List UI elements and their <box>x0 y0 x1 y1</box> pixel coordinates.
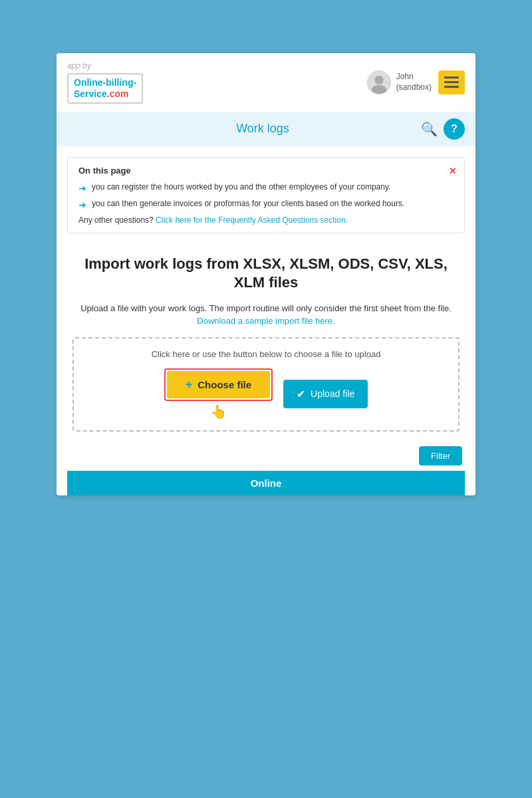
user-info: John (sandbox) <box>367 70 432 94</box>
header: app by Online-billing- Service.com <box>57 53 475 112</box>
main-content: Import work logs from XLSX, XLSM, ODS, C… <box>57 244 475 432</box>
cursor-icon: 👆 <box>164 404 273 420</box>
upload-zone-text: Click here or use the button below to ch… <box>84 349 448 359</box>
bottom-row: Filter <box>67 446 465 466</box>
user-name-block: John (sandbox) <box>396 72 432 92</box>
info-box: On this page × ➜ you can register the ho… <box>67 157 465 233</box>
nav-icons: 🔍 ? <box>418 118 465 140</box>
arrow-icon-2: ➜ <box>78 200 86 210</box>
page-title: Work logs <box>107 122 418 136</box>
info-item-1: ➜ you can register the hours worked by y… <box>78 182 454 194</box>
menu-button[interactable] <box>438 70 465 94</box>
upload-file-button[interactable]: ✔ Upload file <box>283 380 368 408</box>
avatar <box>367 70 391 94</box>
info-item-2-text: you can then generate invoices or profor… <box>92 199 404 208</box>
info-box-close-button[interactable]: × <box>449 164 456 178</box>
faq-line: Any other questions? Click here for the … <box>78 215 454 225</box>
avatar-icon <box>368 70 390 94</box>
arrow-icon-1: ➜ <box>78 183 86 194</box>
info-box-title: On this page <box>78 166 454 176</box>
main-card: app by Online-billing- Service.com <box>57 53 475 495</box>
nav-bar: Work logs 🔍 ? <box>57 112 475 146</box>
online-bar: Online <box>67 471 465 495</box>
search-button[interactable]: 🔍 <box>418 118 440 140</box>
faq-link[interactable]: Click here for the Frequently Asked Ques… <box>156 215 348 225</box>
app-by-text: app by <box>67 61 91 70</box>
upload-zone[interactable]: Click here or use the button below to ch… <box>72 337 460 432</box>
logo-box: Online-billing- Service.com <box>67 73 143 104</box>
logo-text: Online-billing- Service.com <box>74 77 136 100</box>
filter-button[interactable]: Filter <box>419 446 462 466</box>
choose-file-button[interactable]: + Choose file <box>167 371 270 398</box>
plus-icon: + <box>186 378 193 392</box>
upload-buttons: + Choose file 👆 ✔ Upload file <box>84 368 448 420</box>
import-desc: Upload a file with your work logs. The i… <box>72 302 460 328</box>
menu-line-3 <box>444 86 459 88</box>
menu-line-2 <box>444 81 459 83</box>
svg-point-1 <box>374 75 383 84</box>
header-right: John (sandbox) <box>367 70 465 94</box>
download-sample-link[interactable]: Download a sample import file here. <box>197 316 334 326</box>
info-item-2: ➜ you can then generate invoices or prof… <box>78 199 454 210</box>
online-text: Online <box>251 477 282 489</box>
help-button[interactable]: ? <box>444 118 465 140</box>
choose-file-wrapper: + Choose file 👆 <box>164 368 273 420</box>
check-icon: ✔ <box>297 388 305 400</box>
online-bar-inner: Online <box>67 477 465 489</box>
info-item-1-text: you can register the hours worked by you… <box>92 182 390 192</box>
bottom-section: Filter Online <box>57 441 475 495</box>
import-title: Import work logs from XLSX, XLSM, ODS, C… <box>72 255 460 293</box>
header-left: app by Online-billing- Service.com <box>67 61 143 104</box>
menu-line-1 <box>444 76 459 78</box>
